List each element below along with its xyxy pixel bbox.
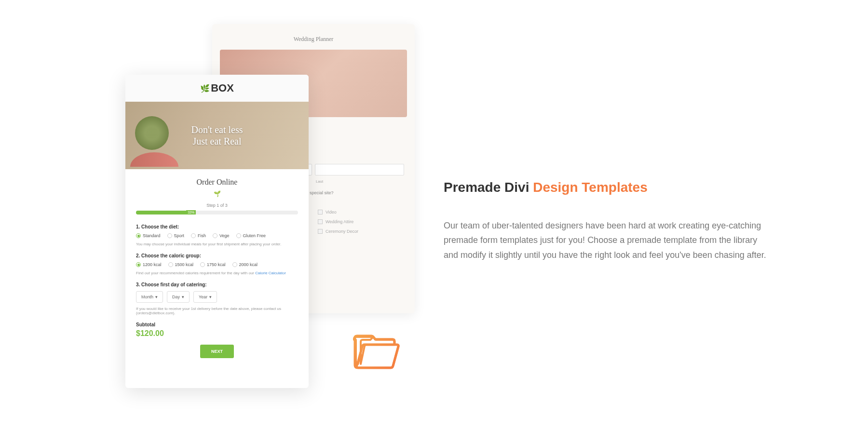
dietbox-hero-text: Don't eat less Just eat Real xyxy=(191,124,243,147)
q2-label: 2. Choose the caloric group: xyxy=(136,253,298,258)
groom-last-input[interactable] xyxy=(315,164,404,175)
progress-label: 33% xyxy=(186,210,196,214)
next-button[interactable]: NEXT xyxy=(200,345,234,358)
subtotal-price: $120.00 xyxy=(136,329,298,338)
radio-1200[interactable]: 1200 kcal xyxy=(136,262,162,267)
q1-hint: You may choose your individual meals for… xyxy=(136,242,298,246)
year-select[interactable]: Year▾ xyxy=(193,291,217,303)
last-sublabel: Last xyxy=(316,179,404,184)
leaf-icon: 🌿 xyxy=(200,84,210,93)
radio-standard[interactable]: Standard xyxy=(136,233,161,238)
check-ceremony-decor[interactable]: Ceremony Decor xyxy=(318,229,404,234)
dietbox-card: 🌿 BOX Don't eat less Just eat Real Order… xyxy=(125,75,309,388)
radio-gluten-free[interactable]: Gluten Free xyxy=(236,233,266,238)
q3-label: 3. Choose first day of catering: xyxy=(136,282,298,287)
wedding-logo: Wedding Planner xyxy=(220,36,407,43)
subtotal-label: Subtotal xyxy=(136,322,298,327)
check-wedding-attire[interactable]: Wedding Attire xyxy=(318,219,404,224)
order-online-title: Order Online xyxy=(136,178,298,187)
radio-fish[interactable]: Fish xyxy=(191,233,206,238)
step-indicator: Step 1 of 3 xyxy=(136,203,298,208)
calorie-calculator-link[interactable]: Calorie Calculator xyxy=(255,271,286,275)
dietbox-hero: Don't eat less Just eat Real xyxy=(125,102,309,169)
check-video[interactable]: Video xyxy=(318,210,404,214)
section-heading: Premade Divi Design Templates xyxy=(444,180,772,195)
q1-label: 1. Choose the diet: xyxy=(136,224,298,229)
month-select[interactable]: Month▾ xyxy=(136,291,163,303)
progress-bar: 33% xyxy=(136,211,298,214)
section-body: Our team of uber-talented designers have… xyxy=(444,218,772,263)
folder-icon xyxy=(352,333,400,370)
dietbox-logo: 🌿 BOX xyxy=(200,82,234,94)
radio-sport[interactable]: Sport xyxy=(167,233,185,238)
radio-vege[interactable]: Vege xyxy=(213,233,230,238)
dietbox-logo-bar: 🌿 BOX xyxy=(125,75,309,102)
q2-hint: Find out your recommended calories requi… xyxy=(136,271,298,275)
radio-2000[interactable]: 2000 kcal xyxy=(232,262,258,267)
radio-1750[interactable]: 1750 kcal xyxy=(200,262,226,267)
day-select[interactable]: Day▾ xyxy=(167,291,190,303)
leaf-divider-icon: 🌱 xyxy=(136,190,298,197)
q3-hint: If you would like to receive your 1st de… xyxy=(136,307,298,315)
radio-1500[interactable]: 1500 kcal xyxy=(168,262,194,267)
